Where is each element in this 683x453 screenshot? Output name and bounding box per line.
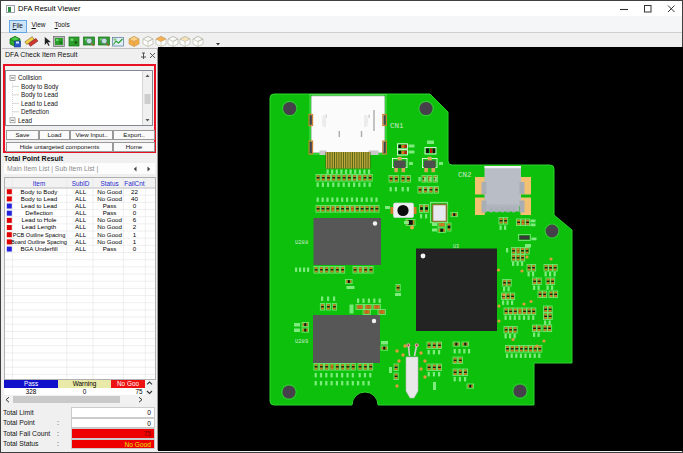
svg-text:ALL: ALL: [75, 223, 87, 230]
svg-text:No Good: No Good: [97, 231, 122, 238]
svg-text:ALL: ALL: [75, 216, 87, 223]
svg-text:ALL: ALL: [75, 188, 87, 195]
svg-text:CN2: CN2: [458, 171, 472, 179]
svg-text:FailCnt: FailCnt: [124, 180, 144, 187]
svg-text:Body to Body: Body to Body: [21, 188, 59, 195]
svg-text:0: 0: [133, 245, 137, 252]
svg-text:1: 1: [133, 231, 137, 238]
svg-text:Pass: Pass: [103, 209, 117, 216]
svg-text:No Good: No Good: [97, 223, 122, 230]
svg-text:Deflection: Deflection: [25, 209, 53, 216]
svg-text:Lead to Hole: Lead to Hole: [21, 216, 57, 223]
svg-text:Item: Item: [33, 180, 45, 187]
svg-text:Pass: Pass: [103, 202, 117, 209]
svg-text:U288: U288: [295, 239, 308, 246]
svg-text:2: 2: [133, 223, 137, 230]
svg-text:BGA Underfill: BGA Underfill: [20, 245, 57, 252]
svg-text:U289: U289: [295, 338, 308, 345]
svg-text:Board Outline Spacing: Board Outline Spacing: [11, 239, 67, 245]
svg-text:ALL: ALL: [75, 238, 87, 245]
svg-text:Body to Lead: Body to Lead: [21, 91, 59, 99]
svg-text:No Good: No Good: [97, 238, 122, 245]
svg-text:6: 6: [133, 216, 137, 223]
svg-text:Body to Lead: Body to Lead: [21, 195, 58, 202]
svg-text:Lead to Lead: Lead to Lead: [21, 202, 58, 209]
svg-text:0: 0: [133, 202, 137, 209]
svg-text:No Good: No Good: [97, 216, 122, 223]
svg-text:40: 40: [131, 195, 138, 202]
svg-text:ALL: ALL: [75, 195, 87, 202]
svg-text:CN1: CN1: [390, 122, 404, 130]
svg-text:Lead Length: Lead Length: [22, 223, 57, 230]
svg-text:ALL: ALL: [75, 231, 87, 238]
svg-text:Lead to Lead: Lead to Lead: [21, 100, 58, 107]
svg-text:0: 0: [133, 209, 137, 216]
svg-text:ALL: ALL: [75, 209, 87, 216]
svg-text:Pass: Pass: [103, 245, 117, 252]
svg-text:Collision: Collision: [18, 74, 42, 81]
svg-text:ALL: ALL: [75, 202, 87, 209]
svg-text:No Good: No Good: [97, 195, 122, 202]
svg-text:PCB Outline Spacing: PCB Outline Spacing: [13, 232, 66, 238]
svg-text:Deflection: Deflection: [21, 108, 49, 115]
svg-text:Status: Status: [101, 180, 119, 187]
svg-text:Body to Body: Body to Body: [21, 83, 59, 91]
svg-text:SubID: SubID: [72, 180, 90, 187]
svg-text:No Good: No Good: [97, 188, 122, 195]
svg-text:ALL: ALL: [75, 245, 87, 252]
svg-text:Lead: Lead: [18, 117, 33, 124]
svg-text:1: 1: [133, 238, 137, 245]
svg-text:22: 22: [131, 188, 138, 195]
svg-text:U3: U3: [453, 244, 459, 250]
